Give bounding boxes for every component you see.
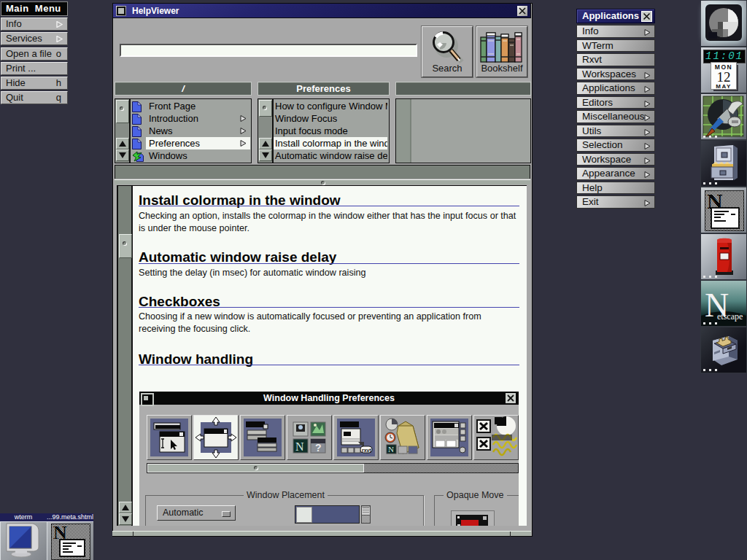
svg-text:N: N bbox=[295, 440, 304, 453]
svg-text:rxvt: rxvt bbox=[362, 448, 372, 453]
svg-text:?: ? bbox=[315, 442, 322, 454]
svg-text:N: N bbox=[388, 445, 394, 454]
svg-text:etscape: etscape bbox=[717, 311, 743, 322]
